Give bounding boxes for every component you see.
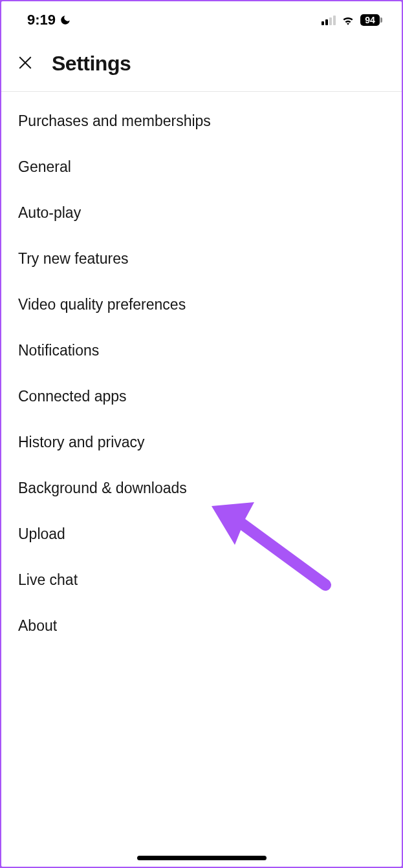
menu-item-live-chat[interactable]: Live chat bbox=[1, 557, 402, 603]
menu-item-label: Try new features bbox=[18, 250, 128, 267]
menu-item-purchases[interactable]: Purchases and memberships bbox=[1, 98, 402, 144]
menu-item-label: About bbox=[18, 617, 57, 634]
status-time: 9:19 bbox=[27, 12, 56, 28]
battery-indicator: 94 bbox=[360, 14, 382, 26]
close-button[interactable] bbox=[14, 53, 36, 75]
menu-item-label: Upload bbox=[18, 525, 65, 542]
menu-item-label: Purchases and memberships bbox=[18, 112, 211, 129]
status-bar: 9:19 94 bbox=[1, 1, 402, 39]
battery-level: 94 bbox=[360, 14, 380, 26]
menu-item-about[interactable]: About bbox=[1, 603, 402, 649]
menu-item-label: History and privacy bbox=[18, 434, 145, 450]
menu-item-label: General bbox=[18, 158, 71, 175]
menu-item-try-new-features[interactable]: Try new features bbox=[1, 236, 402, 282]
home-indicator[interactable] bbox=[137, 856, 267, 860]
menu-item-auto-play[interactable]: Auto-play bbox=[1, 190, 402, 236]
menu-item-label: Notifications bbox=[18, 342, 99, 359]
menu-item-history-privacy[interactable]: History and privacy bbox=[1, 419, 402, 465]
close-icon bbox=[16, 53, 35, 74]
menu-item-label: Background & downloads bbox=[18, 480, 187, 496]
menu-item-label: Live chat bbox=[18, 571, 78, 588]
menu-item-label: Connected apps bbox=[18, 388, 127, 405]
page-header: Settings bbox=[1, 39, 402, 92]
menu-item-connected-apps[interactable]: Connected apps bbox=[1, 374, 402, 419]
menu-item-upload[interactable]: Upload bbox=[1, 511, 402, 557]
wifi-icon bbox=[341, 13, 355, 27]
page-title: Settings bbox=[52, 52, 131, 76]
cellular-signal-icon bbox=[321, 15, 336, 25]
menu-item-label: Auto-play bbox=[18, 204, 81, 221]
menu-item-general[interactable]: General bbox=[1, 144, 402, 190]
do-not-disturb-icon bbox=[60, 14, 71, 26]
settings-menu: Purchases and membershipsGeneralAuto-pla… bbox=[1, 92, 402, 655]
menu-item-label: Video quality preferences bbox=[18, 296, 186, 313]
menu-item-background-downloads[interactable]: Background & downloads bbox=[1, 465, 402, 511]
menu-item-notifications[interactable]: Notifications bbox=[1, 328, 402, 374]
menu-item-video-quality[interactable]: Video quality preferences bbox=[1, 282, 402, 328]
